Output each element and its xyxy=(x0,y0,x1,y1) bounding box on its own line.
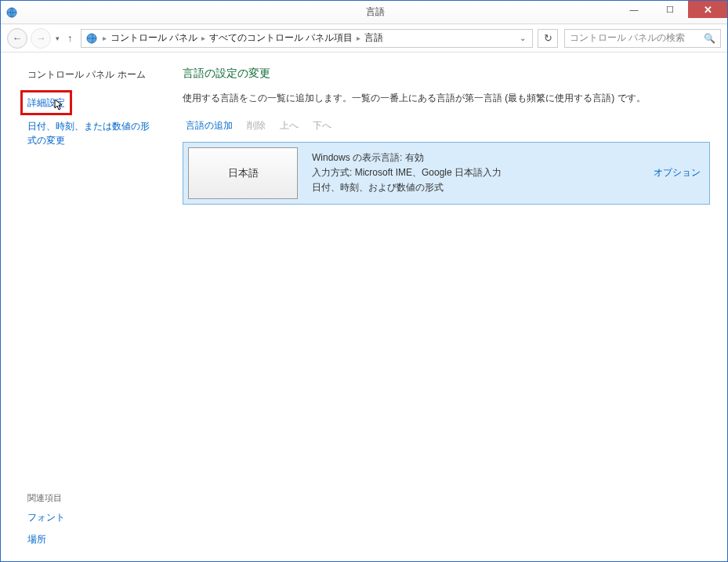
chevron-right-icon: ▸ xyxy=(201,34,205,42)
window-controls: — ☐ ✕ xyxy=(616,1,727,18)
breadcrumb[interactable]: ▸ コントロール パネル ▸ すべてのコントロール パネル項目 ▸ 言語 ⌄ xyxy=(81,29,534,48)
minimize-button[interactable]: — xyxy=(616,1,652,18)
main-panel: 言語の設定の変更 使用する言語をこの一覧に追加します。一覧の一番上にある言語が第… xyxy=(165,53,727,561)
sidebar-link-dateformat[interactable]: 日付、時刻、または数値の形式の変更 xyxy=(27,119,156,147)
nav-forward-button[interactable]: → xyxy=(31,28,51,49)
language-options: オプション xyxy=(645,143,709,204)
nav-up-button[interactable]: ↑ xyxy=(67,32,73,44)
related-title: 関連項目 xyxy=(27,492,156,504)
nav-history-dropdown[interactable]: ▾ xyxy=(56,34,60,42)
toolbar-add[interactable]: 言語の追加 xyxy=(186,119,233,132)
breadcrumb-item[interactable]: 言語 xyxy=(364,31,383,45)
lang-display-line: Windows の表示言語: 有効 xyxy=(312,150,636,165)
sidebar: コントロール パネル ホーム 詳細設定 日付、時刻、または数値の形式の変更 関連… xyxy=(1,53,165,561)
breadcrumb-icon xyxy=(85,31,99,45)
search-icon: 🔍 xyxy=(704,33,715,44)
nav-back-button[interactable]: ← xyxy=(7,28,27,49)
toolbar-remove: 削除 xyxy=(247,119,266,132)
titlebar: 言語 — ☐ ✕ xyxy=(1,1,727,24)
language-options-link[interactable]: オプション xyxy=(654,166,701,179)
related-link-font[interactable]: フォント xyxy=(27,510,156,524)
search-input[interactable]: コントロール パネルの検索 🔍 xyxy=(564,29,721,48)
sidebar-link-advanced[interactable]: 詳細設定 xyxy=(24,94,68,111)
lang-format-line: 日付、時刻、および数値の形式 xyxy=(312,180,636,195)
toolbar: 言語の追加 削除 上へ 下へ xyxy=(183,119,710,132)
window-icon xyxy=(1,6,23,19)
page-title: 言語の設定の変更 xyxy=(183,67,710,81)
breadcrumb-item[interactable]: コントロール パネル xyxy=(110,31,197,45)
breadcrumb-item[interactable]: すべてのコントロール パネル項目 xyxy=(209,31,353,45)
cursor-icon xyxy=(54,99,65,116)
breadcrumb-dropdown[interactable]: ⌄ xyxy=(520,34,526,42)
maximize-button[interactable]: ☐ xyxy=(652,1,688,18)
navbar: ← → ▾ ↑ ▸ コントロール パネル ▸ すべてのコントロール パネル項目 … xyxy=(1,24,727,53)
lang-input-line: 入力方式: Microsoft IME、Google 日本語入力 xyxy=(312,165,636,180)
language-details: Windows の表示言語: 有効 入力方式: Microsoft IME、Go… xyxy=(302,143,645,204)
sidebar-home-link[interactable]: コントロール パネル ホーム xyxy=(27,68,156,82)
chevron-right-icon: ▸ xyxy=(103,34,107,42)
related-link-location[interactable]: 場所 xyxy=(27,532,156,546)
close-button[interactable]: ✕ xyxy=(688,1,727,18)
toolbar-up: 上へ xyxy=(280,119,299,132)
page-description: 使用する言語をこの一覧に追加します。一覧の一番上にある言語が第一言語 (最も頻繁… xyxy=(183,92,710,105)
content: コントロール パネル ホーム 詳細設定 日付、時刻、または数値の形式の変更 関連… xyxy=(1,53,727,561)
language-name: 日本語 xyxy=(188,147,298,199)
language-row[interactable]: 日本語 Windows の表示言語: 有効 入力方式: Microsoft IM… xyxy=(183,142,710,205)
toolbar-down: 下へ xyxy=(313,119,331,132)
search-placeholder: コントロール パネルの検索 xyxy=(570,31,704,45)
chevron-right-icon: ▸ xyxy=(357,34,360,42)
refresh-button[interactable]: ↻ xyxy=(538,29,558,48)
